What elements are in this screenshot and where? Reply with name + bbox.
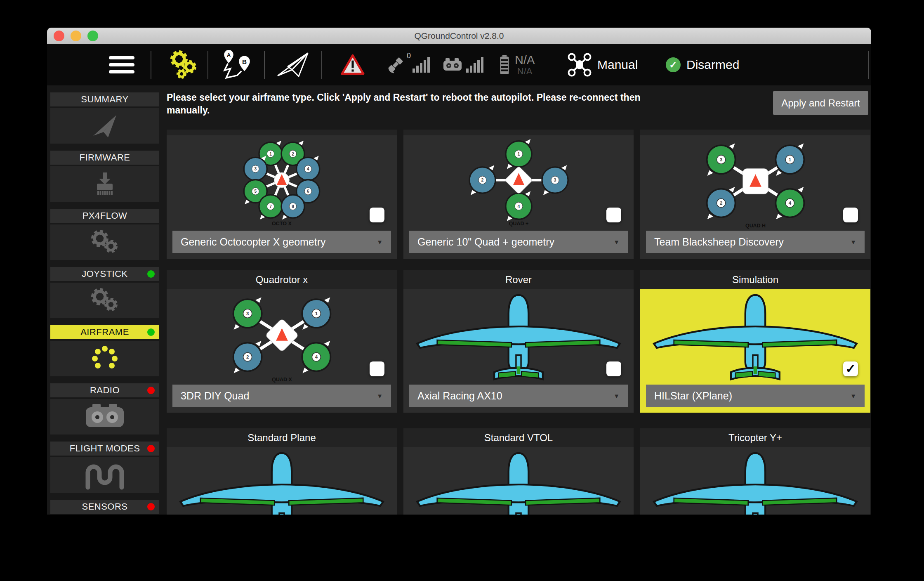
window-titlebar: QGroundControl v2.8.0 xyxy=(47,28,871,45)
card-title: Tricopter Y+ xyxy=(640,428,870,447)
airframe-diagram xyxy=(167,447,397,515)
minimize-window-button[interactable] xyxy=(71,31,81,41)
rc-transmitter-icon xyxy=(83,403,126,430)
armed-state-label: Disarmed xyxy=(686,58,739,72)
card-title xyxy=(167,130,397,135)
fly-view-button[interactable] xyxy=(275,44,311,85)
rc-signal-bars-icon xyxy=(466,57,483,73)
armed-check-icon: ✓ xyxy=(666,57,681,72)
sidebar-item-radio[interactable]: RADIO xyxy=(50,383,159,435)
plane-diagram xyxy=(174,450,389,515)
plane-diagram xyxy=(411,450,626,515)
card-title: Quadrotor x xyxy=(167,270,397,289)
sidebar-item-label: JOYSTICK xyxy=(82,269,128,279)
airframe-grid-row: Standard Plane Stand xyxy=(167,428,870,515)
airframe-card-quad-h[interactable]: 3 1 2 4 QUAD H Team Blacksheep Discovery… xyxy=(640,130,870,259)
quadcopter-icon xyxy=(568,53,592,77)
rc-rssi-indicator[interactable] xyxy=(442,44,483,85)
gps-indicator[interactable]: 0 xyxy=(386,44,430,85)
svg-text:2: 2 xyxy=(292,151,294,156)
chevron-down-icon: ▼ xyxy=(850,239,856,246)
toolbar-separator xyxy=(264,51,265,79)
airframe-checkbox[interactable] xyxy=(606,208,621,222)
svg-text:3: 3 xyxy=(719,157,722,162)
airframe-checkbox-checked[interactable]: ✓ xyxy=(843,361,858,376)
firmware-icon xyxy=(92,171,118,197)
sidebar-item-flight-modes[interactable]: FLIGHT MODES xyxy=(50,442,159,493)
sidebar-item-label: RADIO xyxy=(90,385,120,396)
airframe-checkbox[interactable] xyxy=(370,361,384,376)
sidebar-item-firmware[interactable]: FIRMWARE xyxy=(50,151,159,202)
toolbar-separator xyxy=(151,51,151,79)
sidebar-item-label: FLIGHT MODES xyxy=(70,443,140,454)
airframe-variant-dropdown[interactable]: Axial Racing AX10 ▼ xyxy=(409,385,628,407)
airframe-card-standard-vtol[interactable]: Standard VTOL xyxy=(403,428,634,515)
svg-text:4: 4 xyxy=(315,354,318,359)
svg-text:OCTO X: OCTO X xyxy=(272,221,292,227)
toolbar-separator xyxy=(321,51,322,79)
airframe-card-standard-plane[interactable]: Standard Plane xyxy=(167,428,397,515)
screenshot-stage: QGroundControl v2.8.0 A B xyxy=(0,0,924,581)
card-title: Standard VTOL xyxy=(403,428,634,447)
apply-and-restart-button[interactable]: Apply and Restart xyxy=(773,91,868,115)
sidebar-item-joystick[interactable]: JOYSTICK xyxy=(50,267,159,318)
status-dot-red xyxy=(147,503,155,510)
svg-text:2: 2 xyxy=(481,177,483,182)
svg-text:4: 4 xyxy=(307,167,309,171)
svg-text:A: A xyxy=(227,52,231,58)
setup-view-button[interactable] xyxy=(166,44,200,85)
battery-secondary: N/A xyxy=(515,66,535,76)
airframe-variant-dropdown[interactable]: 3DR DIY Quad ▼ xyxy=(172,385,391,407)
flight-mode-indicator[interactable]: Manual xyxy=(568,44,638,85)
svg-text:QUAD +: QUAD + xyxy=(509,220,528,226)
svg-text:4: 4 xyxy=(517,203,520,208)
sidebar-item-sensors[interactable]: SENSORS xyxy=(50,500,159,515)
sidebar-item-px4flow[interactable]: PX4FLOW xyxy=(50,209,159,260)
airframe-card-quadrotor-x[interactable]: Quadrotor x 3 1 2 4 QUAD X xyxy=(167,270,397,413)
airframe-card-octocopter[interactable]: 1 2 3 4 5 6 7 8 OCTO X Generic xyxy=(167,130,397,259)
svg-text:5: 5 xyxy=(254,189,257,194)
airframe-checkbox[interactable] xyxy=(606,361,621,376)
quad-plus-diagram: 1 2 3 4 QUAD + xyxy=(408,139,629,231)
airframe-variant-dropdown[interactable]: Team Blacksheep Discovery ▼ xyxy=(646,231,865,253)
close-window-button[interactable] xyxy=(54,31,64,41)
gears-icon xyxy=(166,48,200,81)
plane-diagram xyxy=(411,292,626,385)
toolbar-separator xyxy=(868,51,869,79)
gears-icon xyxy=(85,284,125,316)
plane-diagram xyxy=(648,292,863,385)
menu-button[interactable] xyxy=(109,44,134,85)
airframe-card-rover[interactable]: Rover Axial Rac xyxy=(403,270,634,413)
sidebar-item-label: SENSORS xyxy=(82,501,127,512)
gps-count: 0 xyxy=(407,52,411,60)
airframe-checkbox[interactable] xyxy=(843,208,858,222)
airframe-dots-icon xyxy=(92,345,118,372)
sidebar-item-airframe[interactable]: AIRFRAME xyxy=(50,325,159,376)
sidebar-item-summary[interactable]: SUMMARY xyxy=(50,92,159,144)
airframe-checkbox[interactable] xyxy=(370,208,384,222)
battery-indicator[interactable]: N/A N/A xyxy=(499,44,535,85)
svg-text:2: 2 xyxy=(246,354,248,359)
plan-view-button[interactable]: A B xyxy=(220,44,253,85)
airframe-variant-dropdown[interactable]: HILStar (XPlane) ▼ xyxy=(646,385,865,407)
message-indicator[interactable] xyxy=(341,44,365,85)
svg-text:6: 6 xyxy=(307,189,309,194)
svg-text:3: 3 xyxy=(554,177,556,182)
gps-signal-bars-icon xyxy=(412,57,430,73)
airframe-variant-dropdown[interactable]: Generic 10" Quad + geometry ▼ xyxy=(409,231,628,253)
airframe-card-quad-plus[interactable]: 1 2 3 4 QUAD + Generic 10" Quad + geomet… xyxy=(403,130,634,259)
svg-text:1: 1 xyxy=(517,151,520,156)
airframe-card-tricopter-y-plus[interactable]: Tricopter Y+ xyxy=(640,428,870,515)
zoom-window-button[interactable] xyxy=(87,31,98,41)
plane-diagram xyxy=(648,450,863,515)
main-toolbar: A B xyxy=(47,44,871,85)
svg-text:1: 1 xyxy=(315,311,318,316)
armed-indicator[interactable]: ✓ Disarmed xyxy=(666,44,739,85)
chevron-down-icon: ▼ xyxy=(850,392,856,399)
airframe-variant-dropdown[interactable]: Generic Octocopter X geometry ▼ xyxy=(172,231,391,253)
warning-triangle-icon xyxy=(341,54,365,76)
airframe-card-simulation[interactable]: Simulation ✓ HIL xyxy=(640,270,870,413)
octocopter-x-diagram: 1 2 3 4 5 6 7 8 OCTO X xyxy=(170,139,393,231)
paper-plane-icon xyxy=(92,113,118,139)
airframe-grid-row: Quadrotor x 3 1 2 4 QUAD X xyxy=(167,270,870,413)
